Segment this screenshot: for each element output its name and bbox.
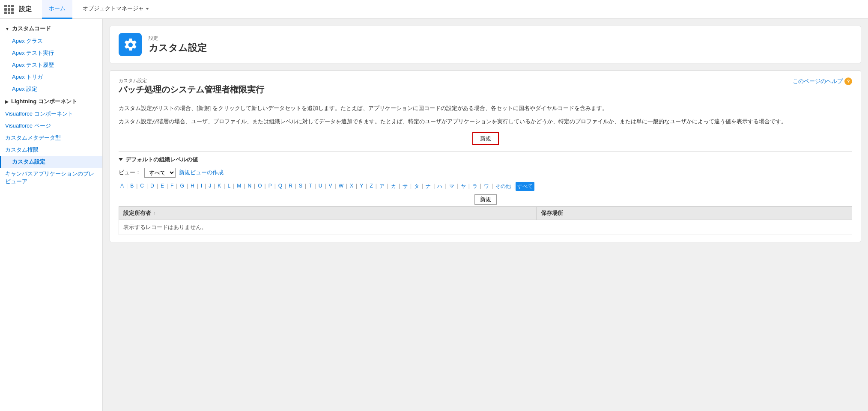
view-label: ビュー：: [119, 169, 141, 176]
alphabet-filter: A | B | C | D | E | F | G | H | I | J |: [119, 182, 852, 191]
alpha-J[interactable]: J: [207, 182, 213, 191]
alpha-B[interactable]: B: [128, 182, 135, 191]
alpha-P[interactable]: P: [267, 182, 274, 191]
alpha-Z[interactable]: Z: [368, 182, 374, 191]
alpha-F[interactable]: F: [169, 182, 175, 191]
sidebar-item-apex-settings[interactable]: Apex 設定: [0, 83, 102, 95]
alpha-すべて[interactable]: すべて: [516, 182, 534, 191]
alpha-W[interactable]: W: [337, 182, 345, 191]
sidebar-item-apex-trigger[interactable]: Apex トリガ: [0, 71, 102, 83]
view-row: ビュー： すべて 新規ビューの作成: [119, 168, 852, 178]
help-icon: ?: [844, 77, 852, 85]
new-button[interactable]: 新規: [472, 132, 499, 145]
tab-home[interactable]: ホーム: [42, 0, 72, 19]
alpha-H[interactable]: H: [189, 182, 196, 191]
alpha-S[interactable]: S: [297, 182, 304, 191]
alpha-K[interactable]: K: [216, 182, 223, 191]
alpha-ハ[interactable]: ハ: [435, 182, 444, 191]
sidebar-item-custom-settings[interactable]: カスタム設定: [0, 156, 102, 168]
alpha-M[interactable]: M: [235, 182, 243, 191]
inner-new-row: 新規: [119, 194, 852, 205]
page-header-card: 設定 カスタム設定: [110, 26, 861, 63]
alpha-ヤ[interactable]: ヤ: [459, 182, 468, 191]
section-divider: [119, 151, 852, 152]
sidebar-item-visualforce-components[interactable]: Visualforce コンポーネント: [0, 108, 102, 120]
table-row-empty: 表示するレコードはありません。: [119, 220, 852, 235]
col-owner[interactable]: 設定所有者 ↑: [119, 206, 537, 220]
detail-main-title: バッチ処理のシステム管理者権限実行: [119, 84, 264, 95]
sidebar-item-apex-test-run[interactable]: Apex テスト実行: [0, 47, 102, 59]
sidebar-item-apex-class[interactable]: Apex クラス: [0, 35, 102, 47]
alpha-E[interactable]: E: [159, 182, 166, 191]
alpha-その他[interactable]: その他: [494, 182, 513, 191]
alpha-ナ[interactable]: ナ: [424, 182, 433, 191]
alpha-A[interactable]: A: [119, 182, 125, 191]
app-launcher-icon[interactable]: [4, 5, 14, 14]
triangle-down-icon: [119, 158, 123, 161]
detail-card: カスタム設定 バッチ処理のシステム管理者権限実行 このページのヘルプ ? カスタ…: [110, 70, 861, 242]
sidebar-item-custom-metadata[interactable]: カスタムメタデータ型: [0, 132, 102, 144]
col-location[interactable]: 保存場所: [537, 206, 852, 220]
gear-icon: [123, 38, 137, 51]
sidebar-section-lightning[interactable]: ▶ Lightning コンポーネント: [0, 95, 102, 108]
breadcrumb: 設定: [149, 35, 207, 42]
alpha-T[interactable]: T: [307, 182, 313, 191]
new-view-link[interactable]: 新規ビューの作成: [179, 169, 224, 176]
sidebar: ▼ カスタムコード Apex クラス Apex テスト実行 Apex テスト履歴…: [0, 19, 103, 411]
gear-icon-box: [119, 33, 142, 56]
sidebar-section-custom-code[interactable]: ▼ カスタムコード: [0, 22, 102, 35]
alpha-ア[interactable]: ア: [378, 182, 386, 191]
alpha-タ[interactable]: タ: [412, 182, 421, 191]
alpha-サ[interactable]: サ: [401, 182, 409, 191]
alpha-X[interactable]: X: [348, 182, 355, 191]
alpha-C[interactable]: C: [138, 182, 146, 191]
sort-asc-icon: ↑: [154, 211, 156, 216]
page-title: カスタム設定: [149, 42, 207, 54]
alpha-U[interactable]: U: [317, 182, 324, 191]
tab-object-manager[interactable]: オブジェクトマネージャ: [76, 0, 156, 19]
help-link[interactable]: このページのヘルプ ?: [793, 77, 852, 85]
nav-title: 設定: [19, 5, 32, 13]
page-header-text: 設定 カスタム設定: [149, 35, 207, 54]
detail-breadcrumb: カスタム設定: [119, 77, 264, 84]
alpha-O[interactable]: O: [256, 182, 263, 191]
inner-new-button[interactable]: 新規: [474, 194, 497, 205]
sidebar-item-apex-test-history[interactable]: Apex テスト履歴: [0, 59, 102, 71]
empty-message: 表示するレコードはありません。: [119, 220, 852, 235]
alpha-ワ[interactable]: ワ: [482, 182, 491, 191]
alpha-Y[interactable]: Y: [358, 182, 365, 191]
alpha-N[interactable]: N: [246, 182, 253, 191]
detail-desc1: カスタム設定がリストの場合、[新規] をクリックして新しいデータセットを追加しま…: [119, 104, 852, 113]
chevron-right-icon: ▶: [5, 99, 9, 104]
chevron-down-icon: [146, 8, 149, 10]
view-select[interactable]: すべて: [144, 168, 176, 178]
sidebar-item-visualforce-pages[interactable]: Visualforce ページ: [0, 120, 102, 132]
section-header: デフォルトの組織レベルの値: [119, 156, 852, 164]
content-area: 設定 カスタム設定 カスタム設定 バッチ処理のシステム管理者権限実行 このページ…: [103, 19, 868, 411]
alpha-D[interactable]: D: [149, 182, 156, 191]
sidebar-item-canvas-preview[interactable]: キャンバスアプリケーションのプレビューア: [0, 168, 102, 188]
new-button-center: 新規: [119, 132, 852, 145]
main-layout: ▼ カスタムコード Apex クラス Apex テスト実行 Apex テスト履歴…: [0, 19, 868, 411]
data-table: 設定所有者 ↑ 保存場所 表示するレコードはありません。: [119, 206, 852, 235]
top-navigation: 設定 ホーム オブジェクトマネージャ: [0, 0, 868, 19]
alpha-V[interactable]: V: [327, 182, 334, 191]
chevron-down-icon: ▼: [5, 27, 9, 31]
alpha-ラ[interactable]: ラ: [471, 182, 479, 191]
detail-desc2: カスタム設定が階層の場合、ユーザ、プロファイル、または組織レベルに対してデータを…: [119, 117, 852, 126]
alpha-マ[interactable]: マ: [447, 182, 456, 191]
alpha-I[interactable]: I: [199, 182, 204, 191]
alpha-カ[interactable]: カ: [389, 182, 398, 191]
detail-left: カスタム設定 バッチ処理のシステム管理者権限実行: [119, 77, 264, 101]
sidebar-item-custom-permissions[interactable]: カスタム権限: [0, 144, 102, 156]
detail-top: カスタム設定 バッチ処理のシステム管理者権限実行 このページのヘルプ ?: [119, 77, 852, 101]
alpha-Q[interactable]: Q: [277, 182, 284, 191]
alpha-L[interactable]: L: [226, 182, 232, 191]
alpha-G[interactable]: G: [178, 182, 185, 191]
alpha-R[interactable]: R: [287, 182, 294, 191]
